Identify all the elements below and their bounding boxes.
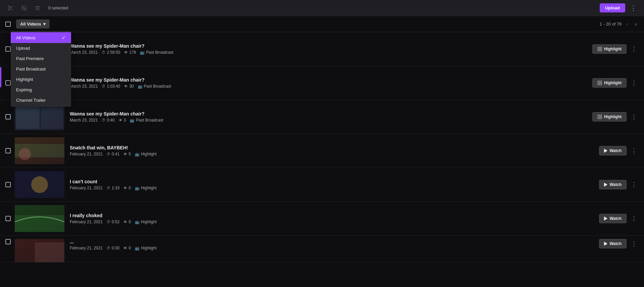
video-views: 👁 3: [119, 118, 126, 123]
video-actions: Watch ⋮: [599, 214, 639, 223]
dropdown-item-channel-trailer[interactable]: Channel Trailer: [11, 95, 71, 105]
row-more-button[interactable]: ⋮: [629, 112, 639, 122]
watch-button[interactable]: Watch: [599, 239, 627, 248]
dropdown-item-label: Past Premiere: [16, 56, 44, 61]
highlight-scissors-icon: [597, 47, 602, 51]
row-checkbox[interactable]: [5, 148, 11, 153]
video-duration: ⏱ 0:52: [107, 220, 119, 224]
video-thumbnail: [15, 205, 64, 232]
clock-icon: ⏱: [102, 84, 105, 88]
dropdown-item-expiring[interactable]: Expiring: [11, 85, 71, 95]
toolbar-more-button[interactable]: ⋮: [628, 3, 639, 13]
next-page-button[interactable]: ›: [633, 20, 639, 28]
eye-icon: 👁: [123, 220, 127, 224]
eye-icon: 👁: [123, 186, 127, 190]
filter-label: All Videos: [20, 21, 41, 27]
table-row: ... February 21, 2021 ⏱ 0:30 👁 0 📺 Highl…: [0, 236, 644, 262]
clock-icon: ⏱: [102, 50, 105, 54]
visibility-button[interactable]: [19, 3, 30, 13]
video-thumbnail: [15, 239, 64, 262]
upload-button[interactable]: Upload: [600, 3, 625, 12]
video-meta: March 23, 2021 ⏱ 2:58:50 👁 179 📺 Past Br…: [70, 50, 592, 55]
watch-button[interactable]: Watch: [599, 146, 627, 155]
eye-icon: 👁: [124, 84, 128, 88]
video-meta: March 23, 2021 ⏱ 0:40 👁 3 📺 Past Broadca…: [70, 118, 592, 123]
row-checkbox[interactable]: [5, 239, 11, 244]
dropdown-item-past-broadcast[interactable]: Past Broadcast: [11, 64, 71, 74]
video-duration: ⏱ 1:33: [107, 186, 119, 190]
video-date: February 21, 2021: [70, 246, 103, 250]
select-all-checkbox[interactable]: [5, 21, 11, 27]
row-checkbox[interactable]: [5, 216, 11, 221]
row-more-button[interactable]: ⋮: [629, 214, 639, 223]
row-more-button[interactable]: ⋮: [629, 180, 639, 189]
scissors-button[interactable]: [5, 3, 16, 13]
video-info: I can't count February 21, 2021 ⏱ 1:33 👁…: [70, 179, 599, 190]
row-more-button[interactable]: ⋮: [629, 239, 639, 248]
video-meta: February 21, 2021 ⏱ 0:41 👁 5 📺 Highlight: [70, 152, 599, 156]
row-more-button[interactable]: ⋮: [629, 78, 639, 88]
highlight-button[interactable]: Highlight: [592, 112, 627, 122]
video-duration: ⏱ 0:41: [107, 152, 119, 156]
delete-button[interactable]: [32, 3, 43, 13]
next-icon: ›: [635, 21, 637, 27]
video-type: 📺 Highlight: [135, 152, 157, 156]
pagination-text: 1 - 20 of 76: [600, 21, 622, 27]
row-more-button[interactable]: ⋮: [629, 146, 639, 155]
type-icon: 📺: [135, 186, 140, 190]
video-date: February 21, 2021: [70, 186, 103, 190]
clock-icon: ⏱: [107, 152, 110, 156]
video-type: 📺 Highlight: [135, 186, 157, 190]
svg-marker-28: [604, 183, 607, 187]
table-row: I can't count February 21, 2021 ⏱ 1:33 👁…: [0, 168, 644, 202]
watch-button[interactable]: Watch: [599, 180, 627, 189]
prev-page-button[interactable]: ‹: [624, 20, 630, 28]
video-info: I really choked February 21, 2021 ⏱ 0:52…: [70, 213, 599, 224]
row-checkbox[interactable]: [5, 46, 11, 52]
eye-icon: 👁: [123, 246, 127, 250]
watch-button[interactable]: Watch: [599, 214, 627, 223]
clock-icon: ⏱: [107, 220, 110, 224]
video-thumbnail: [15, 103, 64, 130]
svg-rect-16: [41, 105, 63, 129]
play-icon: [604, 149, 607, 153]
video-views: 👁 0: [123, 186, 131, 190]
video-type: 📺 Past Broadcast: [140, 50, 173, 55]
table-row: Wanna see my Spider-Man chair? March 23,…: [0, 32, 644, 66]
selected-count: 0 selected: [48, 5, 68, 10]
row-checkbox[interactable]: [5, 182, 11, 187]
row-checkbox[interactable]: [5, 114, 11, 119]
dropdown-item-past-premiere[interactable]: Past Premiere: [11, 53, 71, 64]
svg-rect-12: [598, 83, 599, 85]
video-title: Wanna see my Spider-Man chair?: [70, 43, 592, 49]
video-info: Snatch that win, BAYBEH! February 21, 20…: [70, 145, 599, 156]
row-more-button[interactable]: ⋮: [629, 44, 639, 54]
video-actions: Watch ⋮: [599, 146, 639, 155]
pagination: 1 - 20 of 76 ‹ ›: [600, 20, 639, 28]
type-icon: 📺: [135, 152, 140, 156]
filter-dropdown-button[interactable]: All Videos ▾: [16, 19, 50, 29]
svg-marker-31: [604, 217, 607, 221]
dropdown-item-upload[interactable]: Upload: [11, 43, 71, 53]
svg-rect-8: [598, 49, 599, 51]
video-actions: Highlight ⋮: [592, 112, 639, 122]
row-checkbox[interactable]: [5, 80, 11, 86]
highlight-button[interactable]: Highlight: [592, 44, 627, 54]
video-actions: Watch ⋮: [599, 239, 639, 248]
svg-line-3: [11, 8, 13, 10]
svg-rect-20: [600, 117, 602, 119]
video-title: ...: [70, 239, 599, 244]
clock-icon: ⏱: [107, 246, 110, 250]
play-icon: [604, 183, 607, 187]
dropdown-item-label: Expiring: [16, 87, 32, 92]
dropdown-item-label: Channel Trailer: [16, 98, 46, 103]
video-date: March 23, 2021: [70, 50, 98, 55]
play-icon: [604, 217, 607, 221]
table-row: I really choked February 21, 2021 ⏱ 0:52…: [0, 202, 644, 236]
dropdown-item-highlight[interactable]: Highlight: [11, 74, 71, 85]
highlight-button[interactable]: Highlight: [592, 78, 627, 88]
table-row: Wanna see my Spider-Man chair? March 23,…: [0, 100, 644, 134]
dropdown-item-label: Past Broadcast: [16, 66, 46, 71]
dropdown-item-all-videos[interactable]: All Videos✓: [11, 32, 71, 43]
svg-marker-24: [604, 149, 607, 153]
